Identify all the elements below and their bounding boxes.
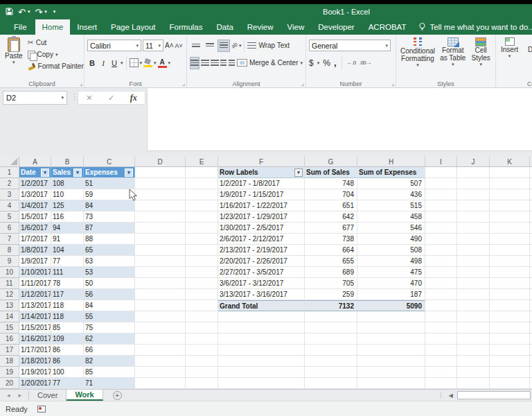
cell-K10[interactable] <box>490 267 530 278</box>
row-header-14[interactable]: 14 <box>0 311 19 322</box>
cell-A1[interactable]: Date▾ <box>19 167 51 178</box>
cell-K12[interactable] <box>490 289 530 300</box>
number-format-combo[interactable]: General▾ <box>309 40 391 51</box>
cell-K13[interactable] <box>490 300 530 311</box>
cell-K6[interactable] <box>490 223 530 234</box>
ribbon-tab-view[interactable]: View <box>281 19 312 35</box>
cell-D5[interactable] <box>135 211 186 223</box>
percent-format-button[interactable]: % <box>323 58 330 68</box>
cell-B5[interactable]: 116 <box>51 211 84 223</box>
wrap-text-button[interactable]: Wrap Text <box>247 40 290 51</box>
cell-I19[interactable] <box>425 367 457 378</box>
cell-D9[interactable] <box>135 256 186 267</box>
cell-A6[interactable]: 1/6/2017 <box>19 223 51 234</box>
cell-G12[interactable]: 259 <box>305 289 357 300</box>
row-header-3[interactable]: 3 <box>0 189 19 200</box>
cell-E15[interactable] <box>186 322 218 333</box>
cell-H17[interactable] <box>357 345 425 356</box>
cell-styles-button[interactable]: Cell Styles ▾ <box>469 37 493 69</box>
cell-E16[interactable] <box>186 333 218 345</box>
cell-C2[interactable]: 51 <box>84 178 135 189</box>
ribbon-tab-page-layout[interactable]: Page Layout <box>104 19 163 35</box>
cell-F6[interactable]: 1/30/2017 - 2/5/2017 <box>218 223 305 234</box>
font-name-combo[interactable]: Calibri▾ <box>87 40 141 51</box>
cell-I14[interactable] <box>425 311 457 322</box>
insert-function-button[interactable]: fx <box>130 93 137 103</box>
redo-button[interactable]: ↷ <box>35 8 42 17</box>
row-header-10[interactable]: 10 <box>0 267 19 278</box>
cell-J2[interactable] <box>457 178 490 189</box>
borders-icon[interactable] <box>130 58 139 67</box>
cell-C10[interactable]: 53 <box>84 267 135 278</box>
align-left-icon[interactable] <box>190 57 200 69</box>
cell-F11[interactable]: 3/6/2017 - 3/12/2017 <box>218 278 305 289</box>
cell-F19[interactable] <box>218 367 305 378</box>
cell-E20[interactable] <box>186 378 218 389</box>
tabbar-resize-handle[interactable]: ⋮ <box>438 392 445 399</box>
column-header-A[interactable]: A <box>19 157 51 167</box>
delete-cells-button[interactable]: Delete ▾ <box>526 37 532 60</box>
cell-I8[interactable] <box>425 245 457 256</box>
cell-A20[interactable]: 1/20/2017 <box>19 378 51 389</box>
cell-G5[interactable]: 642 <box>305 211 357 223</box>
cell-G1[interactable]: Sum of Sales <box>305 167 357 178</box>
cell-B16[interactable]: 109 <box>51 333 84 345</box>
row-header-19[interactable]: 19 <box>0 367 19 378</box>
cell-J18[interactable] <box>457 356 490 367</box>
undo-button[interactable]: ↶ <box>18 8 26 17</box>
sheet-nav-left-icon[interactable]: ◂ <box>7 392 10 399</box>
cell-D18[interactable] <box>135 356 186 367</box>
shrink-font-icon[interactable]: A˅ <box>175 42 183 49</box>
cell-E14[interactable] <box>186 311 218 322</box>
cell-H3[interactable]: 436 <box>357 189 425 200</box>
cell-J9[interactable] <box>457 256 490 267</box>
sheet-tab-cover[interactable]: Cover <box>29 390 66 401</box>
row-header-6[interactable]: 6 <box>0 223 19 234</box>
new-sheet-button[interactable]: + <box>113 390 122 401</box>
cell-B4[interactable]: 125 <box>51 200 84 211</box>
comma-format-button[interactable]: , <box>334 58 337 68</box>
ribbon-tab-acrobat[interactable]: ACROBAT <box>362 19 414 35</box>
cell-G3[interactable]: 704 <box>305 189 357 200</box>
cell-F16[interactable] <box>218 333 305 345</box>
cancel-entry-icon[interactable]: ✕ <box>86 94 92 103</box>
column-header-B[interactable]: B <box>51 157 84 167</box>
cell-F2[interactable]: 1/2/2017 - 1/8/2017 <box>218 178 305 189</box>
cell-I2[interactable] <box>425 178 457 189</box>
ribbon-tab-home[interactable]: Home <box>35 19 71 35</box>
cell-G11[interactable]: 705 <box>305 278 357 289</box>
cell-J11[interactable] <box>457 278 490 289</box>
cell-E11[interactable] <box>186 278 218 289</box>
cell-G6[interactable]: 677 <box>305 223 357 234</box>
cell-D13[interactable] <box>135 300 186 311</box>
tell-me-box[interactable]: Tell me what you want to do... <box>413 19 532 35</box>
cell-F8[interactable]: 2/13/2017 - 2/19/2017 <box>218 245 305 256</box>
cell-I9[interactable] <box>425 256 457 267</box>
cell-J16[interactable] <box>457 333 490 345</box>
cell-G4[interactable]: 651 <box>305 200 357 211</box>
cell-G8[interactable]: 664 <box>305 245 357 256</box>
cell-A10[interactable]: 1/10/2017 <box>19 267 51 278</box>
row-header-17[interactable]: 17 <box>0 345 19 356</box>
ribbon-tab-data[interactable]: Data <box>210 19 240 35</box>
cell-B2[interactable]: 108 <box>51 178 84 189</box>
cell-G19[interactable] <box>305 367 357 378</box>
cell-E6[interactable] <box>186 223 218 234</box>
cell-G14[interactable] <box>305 311 357 322</box>
cell-C8[interactable]: 65 <box>84 245 135 256</box>
increase-decimal-icon[interactable]: ←.0 <box>347 60 356 66</box>
cell-I10[interactable] <box>425 267 457 278</box>
filter-expenses-button[interactable]: ▾ <box>125 168 133 177</box>
cell-D20[interactable] <box>135 378 186 389</box>
row-header-8[interactable]: 8 <box>0 245 19 256</box>
font-dialog-launcher[interactable]: ⌟ <box>182 80 185 87</box>
cell-G15[interactable] <box>305 322 357 333</box>
cell-H14[interactable] <box>357 311 425 322</box>
cell-E17[interactable] <box>186 345 218 356</box>
column-header-D[interactable]: D <box>135 157 186 167</box>
cell-B10[interactable]: 111 <box>51 267 84 278</box>
cell-H16[interactable] <box>357 333 425 345</box>
cell-E7[interactable] <box>186 234 218 245</box>
cell-C3[interactable]: 59 <box>84 189 135 200</box>
cell-A8[interactable]: 1/8/2017 <box>19 245 51 256</box>
